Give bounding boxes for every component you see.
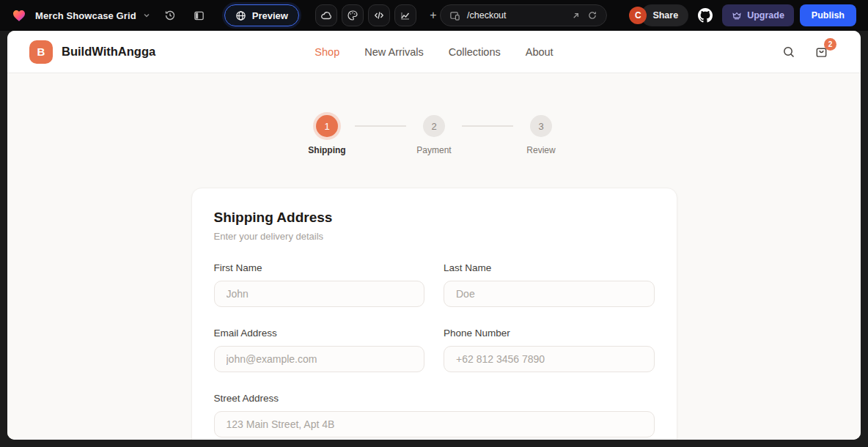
- step-circle[interactable]: 1: [316, 115, 338, 137]
- step-circle[interactable]: 3: [530, 115, 552, 137]
- step-shipping[interactable]: 1 Shipping: [304, 115, 350, 155]
- card-title: Shipping Address: [214, 210, 655, 226]
- upgrade-button-label: Upgrade: [747, 10, 784, 21]
- shipping-form: First Name Last Name Email Address Phone…: [214, 262, 655, 437]
- step-review[interactable]: 3 Review: [518, 115, 564, 155]
- step-label: Review: [526, 145, 555, 155]
- step-payment[interactable]: 2 Payment: [411, 115, 457, 155]
- preview-window: B BuildWithAngga Shop New Arrivals Colle…: [7, 31, 861, 440]
- device-icon[interactable]: [449, 10, 460, 21]
- step-circle[interactable]: 2: [423, 115, 445, 137]
- step-connector: [462, 125, 513, 127]
- checkout-page: 1 Shipping 2 Payment 3 Review Shipping A…: [7, 73, 861, 440]
- street-address-input[interactable]: [214, 411, 655, 437]
- cart-icon[interactable]: 2: [814, 45, 828, 59]
- crown-icon: [732, 10, 742, 21]
- step-connector: [355, 125, 406, 127]
- code-icon[interactable]: [368, 4, 390, 26]
- preview-button-label: Preview: [252, 10, 288, 21]
- nav-about[interactable]: About: [526, 46, 553, 58]
- publish-button[interactable]: Publish: [800, 4, 856, 26]
- preview-button[interactable]: Preview: [224, 4, 299, 26]
- step-label: Payment: [416, 145, 451, 155]
- brand-name: BuildWithAngga: [62, 45, 155, 59]
- first-name-field: First Name: [214, 262, 425, 307]
- chevron-down-icon[interactable]: [142, 11, 151, 20]
- email-field: Email Address: [214, 328, 425, 372]
- last-name-input[interactable]: [444, 281, 655, 307]
- email-input[interactable]: [214, 346, 425, 372]
- project-name[interactable]: Merch Showcase Grid: [35, 10, 136, 21]
- shipping-address-card: Shipping Address Enter your delivery det…: [191, 188, 677, 440]
- site-brand[interactable]: B BuildWithAngga: [29, 40, 155, 64]
- search-icon[interactable]: [782, 45, 795, 59]
- last-name-label: Last Name: [444, 262, 655, 273]
- step-label: Shipping: [308, 145, 345, 155]
- first-name-input[interactable]: [214, 281, 425, 307]
- cloud-icon[interactable]: [315, 4, 337, 26]
- phone-input[interactable]: [444, 346, 655, 372]
- site-nav: Shop New Arrivals Collections About: [315, 31, 553, 73]
- github-icon[interactable]: [694, 4, 716, 26]
- street-address-field: Street Address: [214, 393, 655, 437]
- url-bar[interactable]: /checkout: [440, 4, 607, 26]
- history-icon[interactable]: [160, 5, 180, 26]
- card-subtitle: Enter your delivery details: [214, 231, 655, 242]
- site-header: B BuildWithAngga Shop New Arrivals Colle…: [7, 31, 861, 73]
- nav-new-arrivals[interactable]: New Arrivals: [364, 46, 424, 58]
- cart-badge: 2: [824, 38, 836, 51]
- upgrade-button[interactable]: Upgrade: [722, 4, 794, 26]
- analytics-icon[interactable]: [394, 4, 416, 26]
- globe-icon: [235, 10, 246, 21]
- app-logo-icon[interactable]: [12, 8, 26, 23]
- palette-icon[interactable]: [342, 4, 364, 26]
- share-button[interactable]: Share: [641, 4, 688, 26]
- nav-collections[interactable]: Collections: [449, 46, 501, 58]
- refresh-icon[interactable]: [587, 10, 597, 21]
- url-path[interactable]: /checkout: [467, 10, 564, 21]
- first-name-label: First Name: [214, 262, 425, 273]
- preview-frame: B BuildWithAngga Shop New Arrivals Colle…: [0, 31, 868, 447]
- brand-logo: B: [29, 40, 53, 64]
- phone-label: Phone Number: [444, 328, 655, 339]
- builder-toolbar: Merch Showcase Grid Preview: [0, 0, 868, 31]
- nav-shop[interactable]: Shop: [315, 46, 339, 58]
- open-external-icon[interactable]: [571, 11, 581, 21]
- phone-field: Phone Number: [444, 328, 655, 372]
- panel-icon[interactable]: [189, 5, 210, 26]
- street-address-label: Street Address: [214, 393, 655, 404]
- last-name-field: Last Name: [444, 262, 655, 307]
- checkout-stepper: 1 Shipping 2 Payment 3 Review: [304, 115, 564, 155]
- email-label: Email Address: [214, 328, 425, 339]
